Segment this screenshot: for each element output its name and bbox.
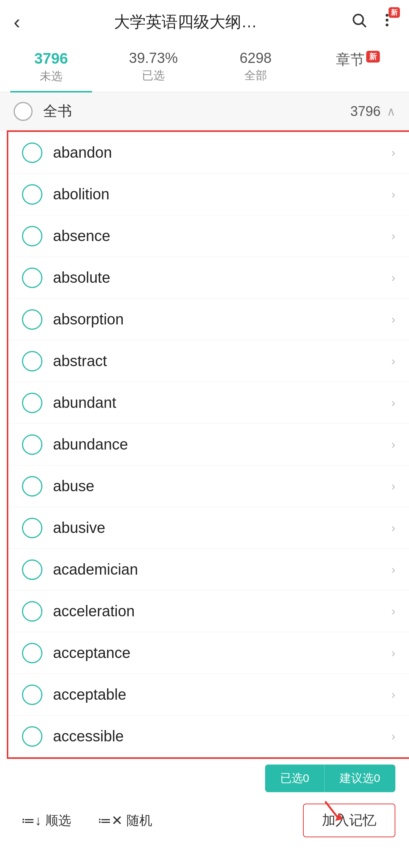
tab-total-label: 全部: [204, 68, 307, 83]
word-text: acceptance: [53, 644, 391, 661]
word-radio[interactable]: [22, 685, 42, 705]
word-text: academician: [53, 561, 391, 578]
tab-chapter-count: 章节新: [307, 50, 409, 69]
word-radio[interactable]: [22, 226, 42, 246]
arrow-annotation: [318, 798, 348, 829]
tabs-bar: 3796 未选 39.73% 已选 6298 全部 章节新: [0, 41, 409, 92]
word-chevron-icon: ›: [391, 729, 395, 743]
word-text: absolute: [53, 269, 391, 286]
word-text: absence: [53, 227, 391, 244]
word-text: acceleration: [53, 603, 391, 620]
tab-total-count: 6298: [204, 50, 307, 66]
word-item[interactable]: abundant›: [8, 382, 409, 424]
word-chevron-icon: ›: [391, 604, 395, 618]
word-chevron-icon: ›: [391, 354, 395, 368]
word-item[interactable]: absorption›: [8, 299, 409, 340]
word-text: abundant: [53, 394, 391, 411]
word-text: abandon: [53, 144, 391, 161]
word-text: absorption: [53, 311, 391, 328]
word-chevron-icon: ›: [391, 229, 395, 243]
svg-point-0: [353, 14, 363, 24]
word-chevron-icon: ›: [391, 437, 395, 451]
word-radio[interactable]: [22, 434, 42, 455]
word-item[interactable]: abandon›: [8, 132, 409, 174]
random-icon: ≔✕: [98, 813, 123, 829]
tab-unselected-count: 3796: [0, 50, 102, 67]
word-radio[interactable]: [22, 726, 42, 747]
word-chevron-icon: ›: [391, 479, 395, 493]
word-radio[interactable]: [22, 143, 42, 163]
section-chevron-icon: ∧: [387, 104, 395, 119]
word-radio[interactable]: [22, 393, 42, 413]
random-button[interactable]: ≔✕ 随机: [90, 808, 160, 833]
word-text: accessible: [53, 728, 391, 745]
word-radio[interactable]: [22, 268, 42, 288]
word-item[interactable]: acceptable›: [8, 674, 409, 716]
tab-unselected[interactable]: 3796 未选: [0, 41, 102, 92]
tab-selected-pct-label: 已选: [102, 68, 204, 83]
section-title: 全书: [43, 102, 350, 121]
word-item[interactable]: absence›: [8, 215, 409, 257]
svg-point-2: [386, 14, 388, 17]
tab-unselected-label: 未选: [0, 69, 102, 84]
word-chevron-icon: ›: [391, 562, 395, 577]
random-label: 随机: [126, 812, 152, 829]
word-chevron-icon: ›: [391, 312, 395, 326]
section-count: 3796: [350, 103, 381, 119]
word-text: acceptable: [53, 686, 391, 703]
svg-point-4: [386, 24, 388, 26]
chapter-new-badge: 新: [366, 51, 380, 63]
header-icons: 新: [351, 12, 395, 32]
word-radio[interactable]: [22, 518, 42, 538]
word-chevron-icon: ›: [391, 271, 395, 285]
word-text: abuse: [53, 478, 391, 495]
word-radio[interactable]: [22, 559, 42, 580]
sort-icon: ≔↓: [21, 813, 42, 829]
word-item[interactable]: accessible›: [8, 716, 409, 757]
sort-button[interactable]: ≔↓ 顺选: [14, 808, 79, 833]
word-radio[interactable]: [22, 309, 42, 330]
word-item[interactable]: abundance›: [8, 424, 409, 465]
svg-point-3: [386, 19, 388, 21]
new-badge: 新: [389, 7, 400, 18]
word-text: abusive: [53, 519, 391, 536]
word-radio[interactable]: [22, 643, 42, 663]
word-chevron-icon: ›: [391, 688, 395, 702]
word-radio[interactable]: [22, 476, 42, 497]
word-item[interactable]: academician›: [8, 549, 409, 591]
page-title: 大学英语四级大纲…: [20, 11, 351, 33]
word-radio[interactable]: [22, 184, 42, 205]
selected-count-button[interactable]: 已选0: [265, 765, 325, 792]
word-chevron-icon: ›: [391, 396, 395, 410]
bottom-stats: 已选0 建议选0: [0, 759, 409, 797]
svg-line-5: [326, 802, 339, 819]
tab-chapter[interactable]: 章节新: [307, 41, 409, 92]
word-text: abolition: [53, 186, 391, 203]
word-chevron-icon: ›: [391, 187, 395, 201]
word-radio[interactable]: [22, 351, 42, 371]
tab-total[interactable]: 6298 全部: [204, 41, 307, 92]
word-radio[interactable]: [22, 601, 42, 622]
section-header[interactable]: 全书 3796 ∧: [0, 92, 409, 130]
tab-selected-pct-count: 39.73%: [102, 50, 204, 66]
search-icon[interactable]: [351, 12, 367, 32]
suggest-count-button[interactable]: 建议选0: [325, 765, 395, 792]
word-item[interactable]: abuse›: [8, 465, 409, 507]
sort-label: 顺选: [45, 812, 71, 829]
word-chevron-icon: ›: [391, 521, 395, 535]
header: ‹ 大学英语四级大纲… 新: [0, 0, 409, 41]
word-item[interactable]: abusive›: [8, 507, 409, 549]
back-button[interactable]: ‹: [14, 11, 20, 33]
word-item[interactable]: acceleration›: [8, 591, 409, 632]
word-item[interactable]: absolute›: [8, 257, 409, 299]
bottom-bar: 已选0 建议选0 ≔↓ 顺选 ≔✕ 随机 加入记忆: [0, 759, 409, 849]
tab-selected-pct[interactable]: 39.73% 已选: [102, 41, 204, 92]
bottom-actions: ≔↓ 顺选 ≔✕ 随机 加入记忆: [0, 797, 409, 849]
word-chevron-icon: ›: [391, 146, 395, 160]
word-item[interactable]: acceptance›: [8, 632, 409, 674]
add-memory-button[interactable]: 加入记忆: [303, 804, 395, 837]
word-item[interactable]: abstract›: [8, 340, 409, 382]
word-item[interactable]: abolition›: [8, 174, 409, 215]
more-icon[interactable]: 新: [379, 12, 395, 32]
section-radio[interactable]: [14, 102, 33, 121]
